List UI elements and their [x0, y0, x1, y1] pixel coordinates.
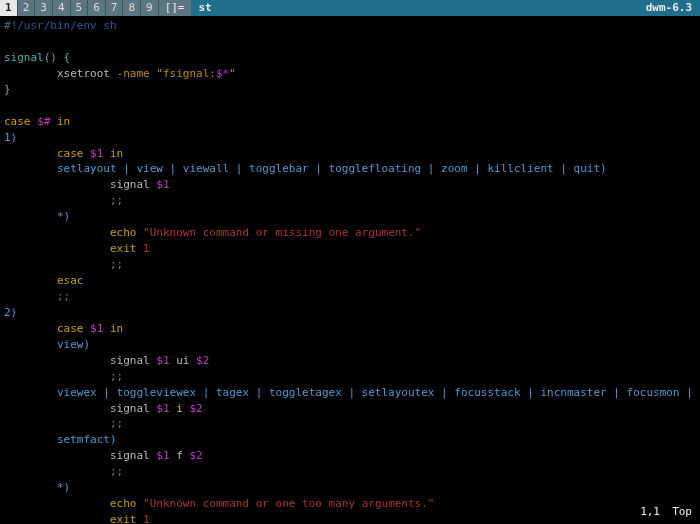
arg1-c: $1 — [156, 402, 169, 415]
num-1a: 1 — [143, 242, 150, 255]
exit-1: exit — [110, 242, 137, 255]
shebang: !/usr/bin/env sh — [11, 19, 117, 32]
var-args: $* — [216, 67, 229, 80]
case-opts2: viewex | toggleviewex | tagex | toggleta… — [57, 386, 700, 399]
arg2-c: $2 — [189, 449, 202, 462]
layout-symbol[interactable]: []= — [159, 0, 191, 16]
call-signal-4: signal — [110, 449, 150, 462]
opt-name: -name — [117, 67, 150, 80]
lit-i: i — [176, 402, 183, 415]
arg1-d: $1 — [156, 449, 169, 462]
arg1-a: $1 — [156, 178, 169, 191]
str-open: "fsignal: — [156, 67, 216, 80]
lit-f: f — [176, 449, 183, 462]
err-msg-1: "Unknown command or missing one argument… — [143, 226, 421, 239]
var-1a: $1 — [90, 147, 103, 160]
num-1b: 1 — [143, 513, 150, 524]
case-1: 1) — [4, 131, 17, 144]
scroll-position: Top — [672, 504, 692, 520]
tag-4[interactable]: 4 — [53, 0, 71, 16]
window-title: st — [191, 0, 638, 16]
esac-1: esac — [57, 274, 84, 287]
call-signal-2: signal — [110, 354, 150, 367]
dsemi-3: ;; — [57, 290, 70, 303]
dsemi-1: ;; — [110, 194, 123, 207]
cursor-position: 1,1 — [640, 504, 660, 520]
tag-9[interactable]: 9 — [141, 0, 159, 16]
case-view: view) — [57, 338, 90, 351]
arg1-b: $1 — [156, 354, 169, 367]
call-signal-1: signal — [110, 178, 150, 191]
kw-in1: in — [110, 147, 123, 160]
tag-5[interactable]: 5 — [71, 0, 89, 16]
tag-list: 1 2 3 4 5 6 7 8 9 — [0, 0, 159, 16]
var-argc: $# — [37, 115, 50, 128]
case-setmfact: setmfact) — [57, 433, 117, 446]
case-star-1: *) — [57, 210, 70, 223]
lit-ui: ui — [176, 354, 189, 367]
terminal[interactable]: #!/usr/bin/env sh signal() { xsetroot -n… — [0, 16, 700, 524]
dsemi-4: ;; — [110, 370, 123, 383]
tag-8[interactable]: 8 — [123, 0, 141, 16]
case-opts1: setlayout | view | viewall | togglebar |… — [57, 162, 607, 175]
cmd-xsetroot: xsetroot — [57, 67, 110, 80]
status-bar: 1 2 3 4 5 6 7 8 9 []= st dwm-6.3 — [0, 0, 700, 16]
status-text: dwm-6.3 — [638, 0, 700, 16]
tag-2[interactable]: 2 — [18, 0, 36, 16]
dsemi-2: ;; — [110, 258, 123, 271]
str-close: " — [229, 67, 236, 80]
brace-close: } — [4, 83, 11, 96]
call-signal-3: signal — [110, 402, 150, 415]
kw-case-inner1: case — [57, 147, 84, 160]
arg2-a: $2 — [196, 354, 209, 367]
echo-1: echo — [110, 226, 137, 239]
tag-7[interactable]: 7 — [106, 0, 124, 16]
kw-case-inner2: case — [57, 322, 84, 335]
tag-6[interactable]: 6 — [88, 0, 106, 16]
var-1b: $1 — [90, 322, 103, 335]
exit-2: exit — [110, 513, 137, 524]
dsemi-5: ;; — [110, 417, 123, 430]
arg2-b: $2 — [189, 402, 202, 415]
kw-in: in — [57, 115, 70, 128]
kw-in2: in — [110, 322, 123, 335]
case-star-2: *) — [57, 481, 70, 494]
echo-2: echo — [110, 497, 137, 510]
err-msg-2: "Unknown command or one too many argumen… — [143, 497, 434, 510]
dsemi-6: ;; — [110, 465, 123, 478]
tag-1[interactable]: 1 — [0, 0, 18, 16]
tag-3[interactable]: 3 — [35, 0, 53, 16]
case-2: 2) — [4, 306, 17, 319]
fn-signal: signal() { — [4, 51, 70, 64]
kw-case: case — [4, 115, 31, 128]
